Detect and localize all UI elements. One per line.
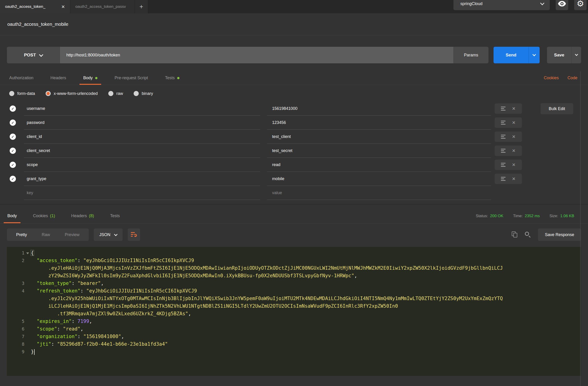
response-header: Body Cookies (1) Headers (8) Tests Statu… bbox=[0, 209, 588, 223]
url-input[interactable]: http://host1:8000/oauth/token bbox=[60, 47, 453, 63]
scrollbar[interactable] bbox=[580, 71, 581, 386]
drag-handle-icon[interactable] bbox=[501, 135, 505, 139]
fold-gutter bbox=[24, 272, 31, 280]
checkbox-checked-icon[interactable]: ✓ bbox=[10, 105, 16, 112]
delete-row-icon[interactable]: ✕ bbox=[512, 134, 516, 139]
response-tab-cookies[interactable]: Cookies (1) bbox=[33, 209, 55, 223]
value-input[interactable]: 123456 bbox=[267, 116, 491, 130]
tab-headers[interactable]: Headers bbox=[50, 71, 66, 85]
delete-row-icon[interactable]: ✕ bbox=[512, 106, 516, 111]
code-text: "expires_in": 7199, bbox=[31, 318, 92, 325]
view-raw[interactable]: Raw bbox=[34, 232, 57, 237]
row-actions: ✕ bbox=[495, 145, 522, 156]
code-text: iLCJleHAiOjE1NjQ1MjE1MjcsImp0aSI6IjNhZTk… bbox=[31, 302, 398, 310]
delete-row-icon[interactable]: ✕ bbox=[512, 120, 516, 125]
drag-handle-icon[interactable] bbox=[501, 121, 505, 125]
cookies-count: (1) bbox=[50, 213, 55, 218]
bulk-edit-button[interactable]: Bulk Edit bbox=[541, 103, 573, 114]
drag-handle-icon[interactable] bbox=[501, 149, 505, 153]
fold-caret-icon[interactable] bbox=[24, 249, 31, 257]
code-line: .tf3MRmqavA7mjZXl9w0ZkLxed6UZkrkZ_4KDjg5… bbox=[7, 310, 581, 318]
key-input[interactable]: key bbox=[24, 186, 260, 200]
line-number: 3 bbox=[7, 280, 24, 287]
key-input[interactable]: username bbox=[24, 102, 260, 116]
view-pretty[interactable]: Pretty bbox=[9, 232, 34, 237]
code-text: { bbox=[31, 249, 34, 257]
environment-select[interactable]: springCloud bbox=[453, 0, 550, 10]
request-editor-tabs: Authorization Headers Body Pre-request S… bbox=[0, 71, 588, 85]
checkbox-checked-icon[interactable]: ✓ bbox=[10, 148, 16, 154]
copy-icon[interactable] bbox=[512, 231, 518, 238]
param-row: ✓ client_secret test_secret ✕ bbox=[7, 144, 581, 158]
checkbox-checked-icon[interactable]: ✓ bbox=[10, 162, 16, 168]
time-badge: Time: 2352 ms bbox=[513, 214, 540, 218]
drag-handle-icon[interactable] bbox=[501, 177, 505, 181]
key-input[interactable]: scope bbox=[24, 158, 260, 172]
active-tab-underline bbox=[4, 222, 21, 223]
value-input[interactable]: value bbox=[267, 186, 491, 200]
delete-row-icon[interactable]: ✕ bbox=[512, 162, 516, 167]
save-button[interactable]: Save bbox=[547, 47, 571, 63]
delete-row-icon[interactable]: ✕ bbox=[512, 176, 516, 182]
response-body-viewer[interactable]: 1{2 "access_token": "eyJhbGciOiJJIUzI1Ni… bbox=[7, 247, 581, 376]
response-toolbar: Pretty Raw Preview JSON Save Response bbox=[7, 228, 581, 241]
mode-form-data[interactable]: form-data bbox=[9, 91, 35, 96]
request-tab-inactive[interactable]: oauth2_access_token_passv bbox=[70, 0, 135, 13]
mode-raw[interactable]: raw bbox=[108, 91, 123, 96]
delete-row-icon[interactable]: ✕ bbox=[512, 148, 516, 153]
key-input[interactable]: client_id bbox=[24, 130, 260, 144]
environment-quicklook-button[interactable] bbox=[556, 0, 568, 10]
mode-x-www-form-urlencoded[interactable]: x-www-form-urlencoded bbox=[46, 91, 98, 96]
method-select[interactable]: POST bbox=[7, 47, 60, 63]
line-number: 8 bbox=[7, 340, 24, 348]
value-input[interactable]: read bbox=[267, 158, 491, 172]
response-format-select[interactable]: JSON bbox=[94, 228, 123, 241]
close-icon[interactable]: ✕ bbox=[61, 4, 65, 9]
key-input[interactable]: grant_type bbox=[24, 172, 260, 186]
checkbox-checked-icon[interactable]: ✓ bbox=[10, 134, 16, 140]
checkbox-cell: ✓ bbox=[7, 105, 24, 112]
wrap-lines-button[interactable] bbox=[128, 228, 140, 241]
line-number bbox=[7, 302, 24, 310]
size-badge: Size: 1.06 KB bbox=[549, 214, 574, 218]
response-tab-headers[interactable]: Headers (8) bbox=[71, 209, 94, 223]
request-tab-active[interactable]: oauth2_access_token_ ✕ bbox=[0, 0, 70, 13]
response-tab-tests[interactable]: Tests bbox=[110, 209, 120, 223]
code-text: "token_type": "bearer", bbox=[31, 280, 104, 287]
key-input[interactable]: password bbox=[24, 116, 260, 130]
send-options-button[interactable] bbox=[528, 47, 540, 63]
tab-body[interactable]: Body bbox=[83, 71, 97, 85]
response-tab-body[interactable]: Body bbox=[7, 209, 17, 223]
line-number: 9 bbox=[7, 348, 24, 356]
drag-handle-icon[interactable] bbox=[501, 163, 505, 167]
tab-pre-request-script[interactable]: Pre-request Script bbox=[115, 71, 148, 85]
line-number: 1 bbox=[7, 249, 24, 257]
new-tab-button[interactable]: + bbox=[135, 0, 148, 13]
view-preview[interactable]: Preview bbox=[57, 232, 87, 237]
send-button[interactable]: Send bbox=[494, 47, 528, 63]
row-actions: ✕ bbox=[495, 132, 522, 142]
code-line: 6 "scope": "read", bbox=[7, 325, 581, 333]
save-response-button[interactable]: Save Response bbox=[538, 228, 581, 241]
settings-button[interactable]: ⚙ bbox=[574, 0, 587, 10]
urlencoded-params-table: ✓ username 15619841000 ✕ ✓ password 1234… bbox=[7, 102, 581, 200]
mode-binary[interactable]: binary bbox=[134, 91, 153, 96]
drag-handle-icon[interactable] bbox=[501, 107, 505, 111]
radio-icon bbox=[9, 91, 14, 96]
code-link[interactable]: Code bbox=[567, 76, 577, 80]
value-input[interactable]: test_secret bbox=[267, 144, 491, 158]
search-icon[interactable] bbox=[525, 231, 531, 238]
value-input[interactable]: 15619841000 bbox=[267, 102, 491, 116]
value-input[interactable]: mobile bbox=[267, 172, 491, 186]
key-input[interactable]: client_secret bbox=[24, 144, 260, 158]
tab-tests[interactable]: Tests bbox=[165, 71, 179, 85]
request-tab-label: oauth2_access_token_passv bbox=[75, 4, 129, 9]
value-input[interactable]: test_client bbox=[267, 130, 491, 144]
cookies-link[interactable]: Cookies bbox=[544, 76, 559, 80]
params-button[interactable]: Params bbox=[453, 47, 488, 63]
checkbox-checked-icon[interactable]: ✓ bbox=[10, 120, 16, 126]
checkbox-checked-icon[interactable]: ✓ bbox=[10, 176, 16, 182]
save-options-button[interactable] bbox=[571, 47, 581, 63]
tab-authorization[interactable]: Authorization bbox=[9, 71, 33, 85]
chevron-down-icon bbox=[575, 53, 578, 56]
